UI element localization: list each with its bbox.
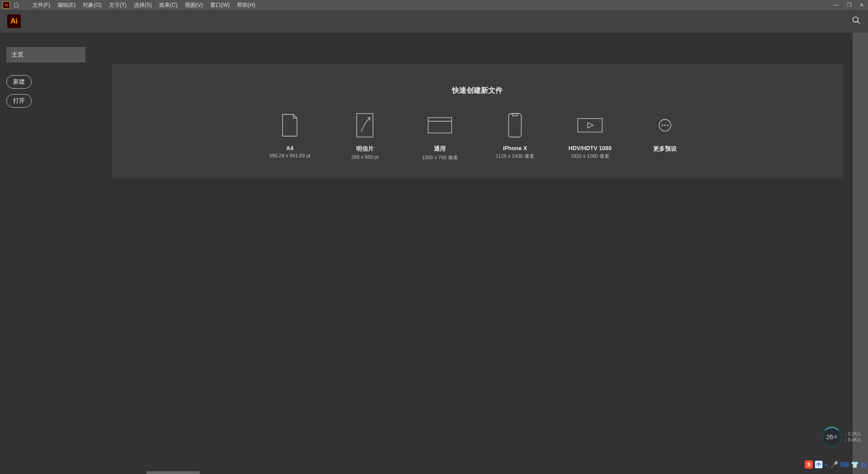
svg-rect-3 xyxy=(428,118,452,133)
menu-view[interactable]: 视图(V) xyxy=(181,1,207,9)
preset-postcard[interactable]: 明信片 288 x 560 pt xyxy=(340,112,390,160)
app-small-icon: Ai xyxy=(3,1,10,9)
open-button[interactable]: 打开 xyxy=(6,94,32,108)
ime-lang-icon[interactable]: 中 xyxy=(815,460,823,469)
preset-title: A4 xyxy=(286,145,293,152)
maximize-button[interactable]: ❐ xyxy=(844,2,854,8)
svg-rect-2 xyxy=(357,114,373,137)
menu-help[interactable]: 帮助(H) xyxy=(233,1,259,9)
menu-effect[interactable]: 效果(C) xyxy=(156,1,181,9)
cpu-percent: 26 xyxy=(826,433,834,441)
preset-subtitle: 1125 x 2436 像素 xyxy=(495,153,534,160)
menu-window[interactable]: 窗口(W) xyxy=(207,1,233,9)
phone-icon xyxy=(508,112,522,139)
home-icon-small[interactable] xyxy=(13,1,20,9)
ime-keyboard-icon[interactable]: ⌨ xyxy=(840,461,849,468)
network-widget[interactable]: 26% 0.2K/s 8.4K/s xyxy=(822,427,861,447)
ai-logo: Ai xyxy=(7,14,21,28)
window-controls: — ❐ ✕ xyxy=(832,0,866,10)
preset-hdtv[interactable]: HDV/HDTV 1080 1920 x 1080 像素 xyxy=(565,112,615,160)
postcard-icon xyxy=(356,112,374,139)
preset-title: 明信片 xyxy=(356,145,374,153)
start-panel: 快速创建新文件 A4 595.28 x 841.89 pt 明信片 288 x … xyxy=(112,64,843,178)
minimize-button[interactable]: — xyxy=(832,2,841,8)
cpu-ring: 26% xyxy=(822,427,842,447)
preset-subtitle: 1366 x 768 像素 xyxy=(422,154,458,161)
preset-subtitle: 288 x 560 pt xyxy=(351,154,379,160)
svg-line-1 xyxy=(858,22,860,24)
download-rate: 8.4K/s xyxy=(844,437,861,443)
taskbar-stub xyxy=(146,471,200,474)
close-button[interactable]: ✕ xyxy=(857,2,866,8)
menu-bar: Ai 文件(F) 编辑(E) 对象(O) 文字(T) 选择(S) 效果(C) 视… xyxy=(0,0,868,10)
app-bar: Ai xyxy=(0,10,868,33)
ime-tray: S 中 •, 🎤 ⌨ 👕 ▦ xyxy=(805,460,866,469)
preset-title: iPhone X xyxy=(503,145,527,152)
menu-edit[interactable]: 编辑(E) xyxy=(54,1,79,9)
ime-skin-icon[interactable]: 👕 xyxy=(851,461,859,468)
svg-rect-6 xyxy=(578,118,602,132)
preset-title: 更多预设 xyxy=(653,145,677,153)
ime-toolbox-icon[interactable]: ▦ xyxy=(860,461,866,468)
document-icon xyxy=(281,112,299,139)
new-button[interactable]: 新建 xyxy=(6,75,32,89)
video-icon xyxy=(577,112,603,139)
svg-point-9 xyxy=(664,124,665,126)
net-rates: 0.2K/s 8.4K/s xyxy=(844,431,861,443)
menu-object[interactable]: 对象(O) xyxy=(79,1,105,9)
preset-title: 通用 xyxy=(434,145,446,153)
browser-icon xyxy=(427,112,453,139)
sidebar: 主页 新建 打开 xyxy=(6,47,88,108)
menu-type[interactable]: 文字(T) xyxy=(105,1,130,9)
more-icon xyxy=(658,112,672,139)
start-heading: 快速创建新文件 xyxy=(452,86,503,95)
svg-point-0 xyxy=(853,17,859,23)
tab-home[interactable]: 主页 xyxy=(6,47,85,62)
menu-select[interactable]: 选择(S) xyxy=(130,1,156,9)
preset-subtitle: 595.28 x 841.89 pt xyxy=(269,153,310,158)
svg-rect-5 xyxy=(509,114,521,137)
preset-more[interactable]: 更多预设 xyxy=(640,112,690,154)
preset-list: A4 595.28 x 841.89 pt 明信片 288 x 560 pt 通… xyxy=(265,112,690,161)
sogou-ime-icon[interactable]: S xyxy=(805,460,813,469)
right-panel-bar[interactable] xyxy=(853,33,868,474)
ime-punct-icon[interactable]: •, xyxy=(825,461,829,468)
ime-voice-icon[interactable]: 🎤 xyxy=(830,461,838,468)
search-icon[interactable] xyxy=(852,16,861,27)
preset-iphonex[interactable]: iPhone X 1125 x 2436 像素 xyxy=(490,112,540,160)
preset-common[interactable]: 通用 1366 x 768 像素 xyxy=(415,112,465,161)
preset-title: HDV/HDTV 1080 xyxy=(568,145,611,152)
menu-file[interactable]: 文件(F) xyxy=(29,1,54,9)
upload-rate: 0.2K/s xyxy=(844,431,861,437)
preset-a4[interactable]: A4 595.28 x 841.89 pt xyxy=(265,112,315,158)
preset-subtitle: 1920 x 1080 像素 xyxy=(571,153,609,160)
svg-point-10 xyxy=(667,124,668,126)
svg-point-8 xyxy=(661,124,663,126)
